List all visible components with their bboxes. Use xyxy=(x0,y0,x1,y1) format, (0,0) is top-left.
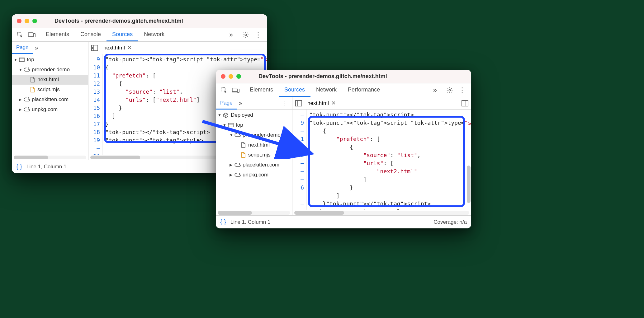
tab-elements[interactable]: Elements xyxy=(244,83,279,97)
sources-sidebar: Page » ⋮ ▼ Deployed ▼ top ▼ prer xyxy=(216,97,292,215)
tab-sources[interactable]: Sources xyxy=(107,28,138,41)
status-bar: { } Line 1, Column 1 Coverage: n/a xyxy=(216,215,471,228)
settings-icon[interactable] xyxy=(242,31,249,38)
svg-rect-10 xyxy=(228,123,233,127)
svg-rect-7 xyxy=(232,88,237,91)
tree-origin-unpkg[interactable]: ▶ unpkg.com xyxy=(12,105,88,115)
svg-point-9 xyxy=(449,89,451,91)
zoom-window-button[interactable] xyxy=(32,19,37,23)
sources-sidebar: Page » ⋮ ▼ top ▼ prerender-demo next.htm… xyxy=(12,42,88,160)
traffic-lights xyxy=(221,74,241,79)
toggle-navigator-icon[interactable] xyxy=(295,100,302,107)
close-tab-icon[interactable]: ✕ xyxy=(127,44,132,51)
file-icon xyxy=(240,142,246,148)
cursor-position: Line 1, Column 1 xyxy=(230,219,271,225)
cloud-icon xyxy=(24,96,30,103)
minimize-window-button[interactable] xyxy=(25,19,29,23)
tree-origin[interactable]: ▼ prerender-demo xyxy=(216,130,292,140)
close-window-button[interactable] xyxy=(17,19,21,23)
pretty-print-icon[interactable]: { } xyxy=(16,163,22,170)
tree-origin-unpkg[interactable]: ▶ unpkg.com xyxy=(216,170,292,180)
titlebar: DevTools - prerender-demos.glitch.me/nex… xyxy=(12,14,267,28)
file-tab-next-html[interactable]: next.html ✕ xyxy=(305,100,338,106)
tree-file-next-html[interactable]: next.html xyxy=(12,75,88,85)
tree-top[interactable]: ▼ top xyxy=(12,55,88,65)
line-gutter: – 9 – 1 – 3 – – – 6 – – 20 xyxy=(292,110,307,210)
sidebar-kebab-icon[interactable]: ⋮ xyxy=(74,44,88,51)
kebab-menu-icon[interactable]: ⋮ xyxy=(255,31,262,39)
more-tabs-icon[interactable]: » xyxy=(225,28,237,41)
settings-icon[interactable] xyxy=(446,87,453,94)
cloud-icon xyxy=(234,162,241,168)
main-tabstrip: Elements Sources Network Performance » ⋮ xyxy=(216,83,471,97)
file-tree: ▼ top ▼ prerender-demo next.html script.… xyxy=(12,54,88,155)
svg-rect-8 xyxy=(237,89,239,92)
deployed-icon xyxy=(223,112,229,118)
file-js-icon xyxy=(240,152,246,158)
editor-vscroll[interactable] xyxy=(467,166,471,203)
titlebar: DevTools - prerender-demos.glitch.me/nex… xyxy=(216,70,471,83)
tree-file-script-mjs[interactable]: script.mjs xyxy=(12,85,88,95)
file-icon xyxy=(29,77,36,83)
tree-origin[interactable]: ▼ prerender-demo xyxy=(12,65,88,75)
tab-performance[interactable]: Performance xyxy=(342,83,386,97)
svg-point-3 xyxy=(245,34,247,36)
tab-sources[interactable]: Sources xyxy=(279,83,310,97)
pretty-print-icon[interactable]: { } xyxy=(220,218,226,226)
svg-rect-1 xyxy=(28,33,33,36)
main-tabstrip: Elements Console Sources Network » ⋮ xyxy=(12,28,267,42)
coverage-status: Coverage: n/a xyxy=(433,219,467,225)
tree-file-script-mjs[interactable]: script.mjs xyxy=(216,150,292,160)
sidebar-more-tabs-icon[interactable]: » xyxy=(35,44,38,51)
toggle-navigator-icon[interactable] xyxy=(91,44,98,52)
sidebar-scrollbar[interactable] xyxy=(218,211,290,215)
sidebar-kebab-icon[interactable]: ⋮ xyxy=(278,100,292,107)
tree-origin-placekitten[interactable]: ▶ placekitten.com xyxy=(12,95,88,105)
file-tab-next-html[interactable]: next.html ✕ xyxy=(102,44,134,51)
toggle-debugger-icon[interactable] xyxy=(461,100,469,107)
frame-icon xyxy=(228,122,234,128)
minimize-window-button[interactable] xyxy=(229,74,233,79)
sidebar-tab-page[interactable]: Page xyxy=(12,42,33,54)
zoom-window-button[interactable] xyxy=(236,74,241,79)
inspect-element-icon[interactable] xyxy=(221,87,228,94)
kebab-menu-icon[interactable]: ⋮ xyxy=(459,86,466,94)
tree-deployed[interactable]: ▼ Deployed xyxy=(216,110,292,120)
source-editor: next.html ✕ – 9 – 1 – 3 – – – 6 – – 20 "… xyxy=(292,97,471,215)
more-tabs-icon[interactable]: » xyxy=(429,83,441,97)
source-code[interactable]: "tok-punct"></"tok-tag">script> "tok-pun… xyxy=(307,110,471,210)
window-title: DevTools - prerender-demos.glitch.me/nex… xyxy=(258,73,387,80)
tree-top[interactable]: ▼ top xyxy=(216,120,292,130)
file-tree: ▼ Deployed ▼ top ▼ prerender-demo next.h… xyxy=(216,110,292,210)
svg-rect-4 xyxy=(19,58,24,62)
sidebar-scrollbar[interactable] xyxy=(14,156,86,159)
tab-network[interactable]: Network xyxy=(310,83,342,97)
editor-scrollbar[interactable] xyxy=(294,211,469,215)
line-gutter: 9 10 11 12 13 14 15 16 17 18 19 – 20 xyxy=(88,54,103,155)
device-toolbar-icon[interactable] xyxy=(28,31,36,38)
tab-console[interactable]: Console xyxy=(75,28,107,41)
sidebar-tab-page[interactable]: Page xyxy=(216,97,237,110)
tree-origin-placekitten[interactable]: ▶ placekitten.com xyxy=(216,160,292,170)
svg-rect-12 xyxy=(462,101,468,106)
close-tab-icon[interactable]: ✕ xyxy=(331,100,336,106)
devtools-window-2: DevTools - prerender-demos.glitch.me/nex… xyxy=(216,70,471,228)
frame-icon xyxy=(19,57,25,63)
cloud-icon xyxy=(24,106,30,113)
inspect-element-icon[interactable] xyxy=(17,31,24,38)
device-toolbar-icon[interactable] xyxy=(232,87,239,94)
cloud-icon xyxy=(234,172,241,178)
tree-file-next-html[interactable]: next.html xyxy=(216,140,292,150)
cloud-icon xyxy=(24,67,30,73)
cursor-position: Line 1, Column 1 xyxy=(26,164,67,170)
svg-rect-2 xyxy=(33,33,35,37)
file-js-icon xyxy=(29,87,36,93)
traffic-lights xyxy=(17,19,37,23)
svg-rect-5 xyxy=(92,45,98,51)
sidebar-more-tabs-icon[interactable]: » xyxy=(239,100,242,107)
tab-network[interactable]: Network xyxy=(138,28,170,41)
svg-rect-11 xyxy=(296,101,302,106)
window-title: DevTools - prerender-demos.glitch.me/nex… xyxy=(54,18,183,24)
close-window-button[interactable] xyxy=(221,74,225,79)
tab-elements[interactable]: Elements xyxy=(40,28,75,41)
